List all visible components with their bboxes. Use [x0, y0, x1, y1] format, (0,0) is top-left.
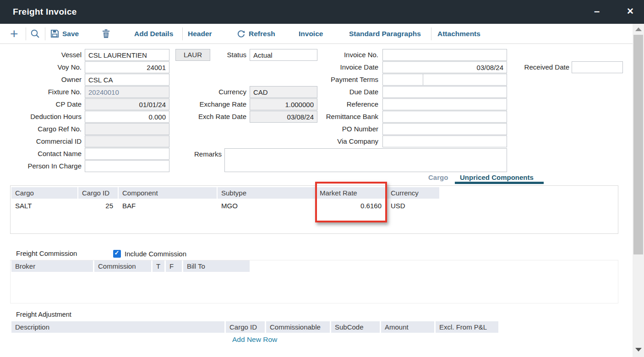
header-label: Header — [188, 30, 212, 38]
column-header-component[interactable]: Component — [119, 187, 217, 199]
save-label: Save — [62, 30, 79, 38]
payment-terms-code-input[interactable] — [382, 74, 423, 86]
column-header-amount[interactable]: Amount — [381, 321, 434, 333]
header-button[interactable]: Header — [188, 24, 212, 43]
remarks-textarea[interactable] — [224, 148, 507, 172]
scroll-down-icon[interactable] — [635, 348, 642, 352]
cell-subtype[interactable]: MGO — [218, 200, 315, 212]
invoice-no-label: Invoice No. — [293, 49, 378, 61]
toolbar-separator — [182, 27, 183, 40]
cell-cargo-id[interactable]: 25 — [78, 200, 118, 212]
column-header-t[interactable]: T — [153, 260, 164, 272]
toolbar: + Save Add Details Header — [0, 24, 633, 44]
remittance-bank-label: Remittance Bank — [293, 111, 378, 123]
deduction-hours-label: Deduction Hours — [0, 111, 82, 123]
column-header-adj-cargo-id[interactable]: Cargo ID — [226, 321, 265, 333]
column-header-market-rate[interactable]: Market Rate — [316, 187, 386, 199]
invoice-label: Invoice — [299, 30, 323, 38]
remarks-label: Remarks — [151, 148, 222, 160]
save-button[interactable]: Save — [50, 24, 79, 43]
fixture-no-label: Fixture No. — [0, 86, 82, 98]
save-icon — [50, 29, 59, 38]
via-company-label: Via Company — [293, 135, 378, 147]
scrollbar-thumb[interactable] — [633, 35, 643, 254]
cargo-ref-no-input[interactable] — [85, 123, 169, 135]
vertical-scrollbar[interactable] — [633, 24, 644, 357]
invoice-date-input[interactable] — [382, 61, 507, 73]
column-header-commissionable[interactable]: Commissionable — [266, 321, 330, 333]
close-icon[interactable]: ✕ — [622, 0, 639, 24]
add-new-row-link[interactable]: Add New Row — [232, 335, 277, 344]
exchange-rate-label: Exchange Rate — [151, 98, 246, 110]
minimize-icon[interactable]: – — [589, 0, 605, 24]
freight-invoice-window: Freight Invoice – ✕ + Save Add Details — [0, 0, 644, 357]
title-bar: Freight Invoice – ✕ — [0, 0, 644, 24]
person-in-charge-label: Person In Charge — [0, 160, 82, 172]
due-date-input[interactable] — [382, 86, 507, 98]
include-commission-label: Include Commission — [125, 250, 186, 258]
toolbar-separator — [431, 27, 431, 40]
received-date-input[interactable] — [572, 61, 623, 73]
currency-label: Currency — [151, 86, 246, 98]
column-header-commission[interactable]: Commission — [94, 260, 151, 272]
received-date-label: Received Date — [504, 61, 569, 73]
plus-icon: + — [10, 25, 18, 43]
commercial-id-label: Commercial ID — [0, 135, 82, 147]
cell-market-rate[interactable]: 0.6160 — [316, 200, 386, 212]
add-button[interactable]: + — [10, 24, 18, 43]
commercial-id-input[interactable] — [85, 135, 169, 147]
active-tab-underline — [455, 182, 544, 184]
reference-label: Reference — [293, 98, 378, 110]
column-header-bill-to[interactable]: Bill To — [183, 260, 250, 272]
status-label: Status — [151, 49, 246, 61]
column-header-cargo-id[interactable]: Cargo ID — [78, 187, 118, 199]
window-title: Freight Invoice — [13, 0, 77, 24]
freight-adjustment-title: Freight Adjustment — [16, 311, 71, 318]
column-header-subcode[interactable]: SubCode — [331, 321, 380, 333]
toolbar-separator — [45, 27, 45, 40]
tab-unpriced-components[interactable]: Unpriced Components — [460, 173, 534, 182]
include-commission-checkbox[interactable] — [113, 250, 121, 258]
unpriced-components-table: Cargo Cargo ID Component Subtype Market … — [10, 185, 618, 234]
person-in-charge-input[interactable] — [85, 160, 169, 172]
add-details-label: Add Details — [134, 30, 173, 38]
standard-paragraphs-label: Standard Paragraphs — [349, 30, 421, 38]
column-header-f[interactable]: F — [166, 260, 182, 272]
cargo-ref-no-label: Cargo Ref No. — [0, 123, 82, 135]
column-header-cargo[interactable]: Cargo — [11, 187, 77, 199]
owner-label: Owner — [0, 74, 82, 86]
reference-input[interactable] — [382, 98, 507, 110]
po-number-label: PO Number — [293, 123, 378, 135]
cell-currency[interactable]: USD — [387, 200, 439, 212]
voy-no-label: Voy No. — [0, 61, 82, 73]
exch-rate-date-label: Exch Rate Date — [151, 111, 246, 123]
cell-component[interactable]: BAF — [119, 200, 217, 212]
column-header-currency[interactable]: Currency — [387, 187, 439, 199]
invoice-no-input[interactable] — [382, 49, 507, 61]
search-button[interactable] — [30, 24, 40, 43]
column-header-excl-from-pl[interactable]: Excl. From P&L — [436, 321, 498, 333]
refresh-button[interactable]: Refresh — [237, 24, 275, 43]
column-header-broker[interactable]: Broker — [11, 260, 93, 272]
column-header-subtype[interactable]: Subtype — [218, 187, 315, 199]
column-header-description[interactable]: Description — [11, 321, 224, 333]
tab-cargo[interactable]: Cargo — [428, 173, 448, 182]
payment-terms-label: Payment Terms — [293, 74, 378, 86]
invoice-button[interactable]: Invoice — [299, 24, 323, 43]
voy-no-input[interactable] — [85, 61, 169, 73]
delete-button[interactable] — [102, 24, 110, 43]
cell-cargo[interactable]: SALT — [11, 200, 77, 212]
refresh-label: Refresh — [249, 30, 275, 38]
due-date-label: Due Date — [293, 86, 378, 98]
payment-terms-desc-input[interactable] — [423, 74, 507, 86]
standard-paragraphs-button[interactable]: Standard Paragraphs — [349, 24, 421, 43]
freight-commission-table: Broker Commission T F Bill To — [10, 260, 618, 303]
attachments-button[interactable]: Attachments — [437, 24, 480, 43]
owner-input[interactable] — [85, 74, 169, 86]
via-company-input[interactable] — [382, 135, 507, 147]
contact-name-label: Contact Name — [0, 148, 82, 160]
scroll-up-icon[interactable] — [635, 27, 642, 31]
remittance-bank-input[interactable] — [382, 111, 507, 123]
po-number-input[interactable] — [382, 123, 507, 135]
add-details-button[interactable]: Add Details — [134, 24, 173, 43]
